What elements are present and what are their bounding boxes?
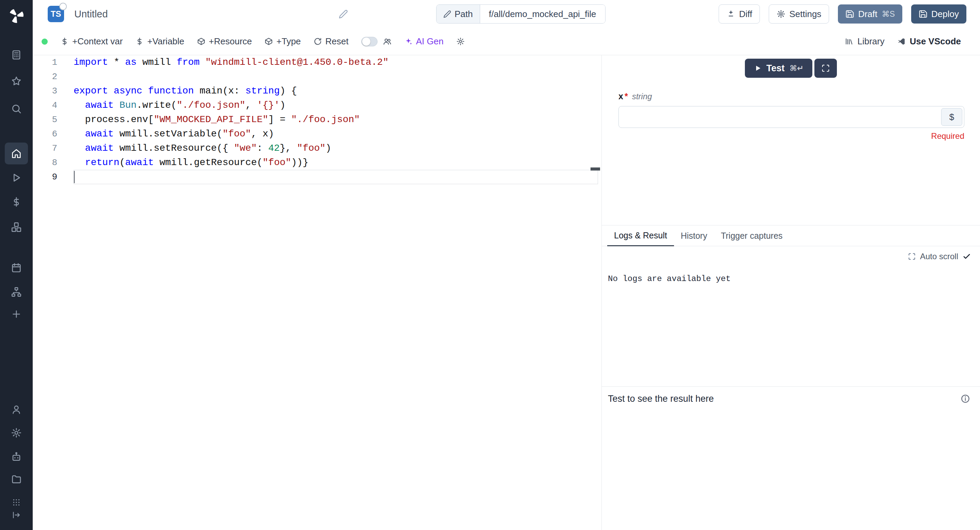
add-type-button[interactable]: +Type: [264, 36, 301, 47]
code-line[interactable]: 5 process.env["WM_MOCKED_API_FILE"] = ".…: [33, 113, 601, 127]
home-icon: [11, 148, 22, 159]
sidebar-item-schedules[interactable]: [10, 261, 23, 275]
user-icon: [11, 404, 22, 415]
run-panel: Test ⌘↵ x * string $ Required Logs & Res…: [601, 55, 980, 530]
sidebar-item-runs[interactable]: [10, 171, 23, 185]
multiplayer-toggle[interactable]: [361, 37, 377, 46]
sidebar-item-flows[interactable]: [10, 285, 23, 299]
robot-icon: [11, 451, 22, 462]
add-resource-label: +Resource: [209, 36, 252, 47]
sidebar-item-menu[interactable]: [10, 496, 23, 509]
add-context-var-button[interactable]: +Context var: [60, 36, 123, 47]
sidebar-item-resources[interactable]: [10, 220, 23, 234]
library-button[interactable]: Library: [845, 36, 884, 47]
required-note: Required: [619, 131, 964, 141]
vscode-icon: [897, 37, 906, 46]
sidebar-item-search[interactable]: [10, 102, 23, 116]
scan-icon: [821, 64, 830, 73]
test-label: Test: [766, 63, 785, 73]
reset-button[interactable]: Reset: [313, 36, 348, 47]
result-tabs: Logs & Result History Trigger captures: [602, 225, 980, 246]
sidebar-item-apps[interactable]: [10, 48, 23, 62]
code-line[interactable]: 1import * as wmill from "windmill-client…: [33, 55, 601, 70]
expand-icon: [908, 252, 916, 260]
arg-name: x: [619, 91, 623, 101]
result-pane: Test to see the result here: [602, 386, 980, 530]
dollar-icon: [11, 196, 22, 208]
arg-type: string: [632, 92, 652, 101]
draft-shortcut: ⌘S: [882, 10, 895, 19]
diff-icon: [727, 10, 735, 18]
line-number: 2: [33, 70, 73, 84]
code-line[interactable]: 9: [33, 170, 601, 184]
path-label[interactable]: Path: [436, 5, 480, 23]
info-icon[interactable]: [960, 394, 970, 404]
deploy-button[interactable]: Deploy: [911, 5, 966, 24]
edit-title-pencil-icon[interactable]: [339, 10, 348, 19]
auto-scroll-label: Auto scroll: [920, 252, 958, 261]
add-resource-button[interactable]: +Resource: [197, 36, 252, 47]
editor-settings-button[interactable]: [456, 37, 465, 46]
test-fullscreen-button[interactable]: [815, 59, 837, 78]
path-label-text: Path: [455, 9, 473, 19]
boxes-icon: [11, 222, 22, 233]
language-badge-text: TS: [51, 9, 61, 19]
search-icon: [11, 103, 22, 114]
code-line[interactable]: 3export async function main(x: string) {: [33, 84, 601, 98]
code-line[interactable]: 7 await wmill.setResource({ "we": 42}, "…: [33, 141, 601, 155]
ai-gen-button[interactable]: AI Gen: [404, 36, 444, 47]
code-line[interactable]: 4 await Bun.write("./foo.json", '{}'): [33, 98, 601, 113]
diff-button[interactable]: Diff: [719, 5, 760, 24]
arg-x-input[interactable]: [619, 106, 964, 128]
line-number: 1: [33, 55, 73, 70]
save-icon: [845, 10, 854, 18]
sidebar-item-workers[interactable]: [10, 450, 23, 463]
auto-scroll-control[interactable]: Auto scroll: [908, 252, 971, 261]
code-line[interactable]: 6 await wmill.setVariable("foo", x): [33, 127, 601, 141]
path-pencil-icon: [443, 10, 451, 18]
draft-button[interactable]: Draft ⌘S: [838, 5, 902, 24]
gear-icon: [11, 427, 22, 438]
sidebar-item-account[interactable]: [10, 403, 23, 417]
test-button[interactable]: Test ⌘↵: [745, 59, 812, 78]
test-shortcut: ⌘↵: [789, 64, 803, 73]
settings-label: Settings: [789, 9, 821, 19]
tab-history[interactable]: History: [674, 225, 714, 246]
library-label: Library: [858, 36, 884, 47]
add-variable-button[interactable]: +Variable: [135, 36, 185, 47]
arg-input-wrapper: $: [619, 106, 964, 128]
code-editor[interactable]: 1import * as wmill from "windmill-client…: [33, 55, 601, 530]
args-form: x * string $ Required: [602, 91, 980, 141]
diff-label: Diff: [739, 9, 752, 19]
settings-button[interactable]: Settings: [769, 5, 829, 24]
sidebar-expand[interactable]: [10, 508, 23, 522]
sidebar-item-folders[interactable]: [10, 473, 23, 486]
sidebar-item-variables[interactable]: [10, 195, 23, 209]
sync-status-dot: [41, 38, 48, 45]
folder-icon: [11, 474, 22, 485]
tab-logs-result[interactable]: Logs & Result: [607, 225, 674, 246]
refresh-icon: [313, 37, 322, 46]
dollar-icon: [135, 37, 144, 46]
add-context-var-label: +Context var: [72, 36, 123, 47]
check-icon: [962, 252, 971, 261]
sidebar-item-create[interactable]: [10, 307, 23, 321]
sidebar-item-home[interactable]: [5, 142, 28, 164]
sidebar-item-favorites[interactable]: [10, 74, 23, 88]
use-vscode-button[interactable]: Use VScode: [897, 36, 961, 47]
add-type-label: +Type: [276, 36, 301, 47]
plus-icon: [11, 309, 22, 319]
sparkles-icon: [404, 37, 413, 46]
code-line[interactable]: 8 return(await wmill.getResource("foo"))…: [33, 155, 601, 170]
sidebar-item-settings[interactable]: [10, 426, 23, 440]
path-value[interactable]: f/all/demo_mocked_api_file: [480, 5, 605, 23]
variable-picker-button[interactable]: $: [941, 108, 962, 126]
path-control[interactable]: Path f/all/demo_mocked_api_file: [436, 5, 606, 24]
tab-trigger-captures[interactable]: Trigger captures: [714, 225, 789, 246]
line-number: 9: [33, 170, 73, 184]
code-line[interactable]: 2: [33, 70, 601, 84]
calculator-icon: [11, 49, 22, 61]
script-title[interactable]: Untitled: [74, 0, 108, 28]
windmill-logo-icon[interactable]: [8, 8, 24, 24]
code-lines: 1import * as wmill from "windmill-client…: [33, 55, 601, 184]
